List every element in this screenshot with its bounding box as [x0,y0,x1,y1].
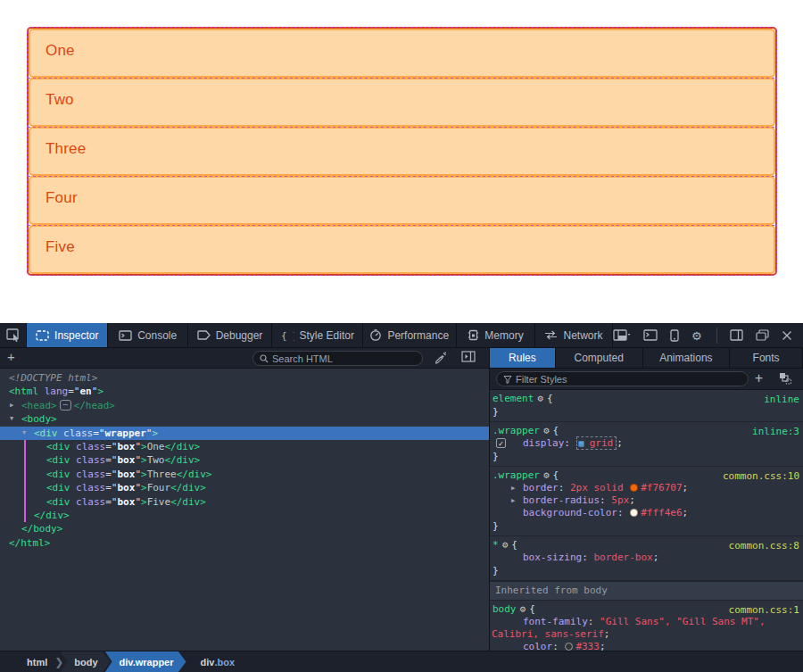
rule-selector[interactable]: * [493,539,499,551]
selector-highlighter-icon[interactable]: ⚙ [520,603,526,615]
selector-highlighter-icon[interactable]: ⚙ [537,393,543,404]
breadcrumb-item-html[interactable]: html [0,651,53,672]
markup-line[interactable]: <div class="box">Four</div> [0,481,489,494]
collapsed-content-badge[interactable]: ⋯ [60,400,71,411]
sidebar-tabs: RulesComputedAnimationsFonts [489,348,803,369]
toggle-classes-icon[interactable] [779,372,792,385]
rule-source-link[interactable]: common.css:1 [729,604,799,617]
dock-menu-icon[interactable] [613,329,631,341]
tab-network[interactable]: Network [535,323,613,347]
property-name[interactable]: border-radius [523,494,600,506]
expand-arrow-icon[interactable]: ▶ [10,399,13,412]
css-declaration[interactable]: box-sizing: border-box; [490,552,803,564]
markup-token: " [135,482,141,494]
rule-source-link[interactable]: common.css:8 [729,540,799,552]
markup-line[interactable]: ▼<body> [0,412,489,426]
breadcrumb-item-body[interactable]: body [60,651,110,672]
css-declaration[interactable]: ✓display: ▦ grid; [490,437,803,450]
css-declaration[interactable]: ▶border-radius: 5px; [490,494,803,507]
selector-highlighter-icon[interactable]: ⚙ [502,539,509,551]
pick-element-button[interactable] [0,323,27,347]
breadcrumb-item-div-wrapper[interactable]: div.wrapper [105,651,186,672]
sidebar-tab-rules[interactable]: Rules [490,348,556,368]
grid-value-highlight[interactable]: ▦ grid [576,436,617,450]
declaration-checkbox[interactable]: ✓ [496,438,506,448]
sidebar-tab-animations[interactable]: Animations [643,348,731,368]
color-value[interactable]: #f76707 [641,482,682,494]
property-value[interactable]: 2px solid [570,482,629,494]
color-swatch[interactable] [630,509,638,517]
tab-performance[interactable]: Performance [363,323,458,347]
markup-line[interactable]: ▶<head>⋯</head> [0,399,489,412]
console-icon [119,330,132,341]
markup-line[interactable]: <html lang="en"> [0,385,489,398]
rule-selector[interactable]: body [493,603,517,615]
rule-selector[interactable]: .wrapper [493,425,540,436]
property-value[interactable]: 5px [611,494,629,506]
browser-page-view: OneTwoThreeFourFive [0,0,803,323]
color-swatch[interactable] [565,643,573,651]
frames-picker-icon[interactable] [756,329,769,341]
markup-line[interactable]: <div class="box">One</div> [0,440,489,453]
sidebar-toggle-icon[interactable] [730,329,743,341]
markup-line[interactable]: </body> [0,522,489,535]
tab-inspector[interactable]: Inspector [27,323,108,347]
search-html-input[interactable] [272,353,416,364]
markup-token: <div [46,496,70,508]
split-console-icon[interactable] [643,329,658,341]
rule-selector[interactable]: .wrapper [493,469,540,481]
rule-source-link[interactable]: inline:3 [752,426,799,438]
filter-styles-input[interactable] [516,374,741,385]
property-value[interactable]: border-box [593,552,652,563]
selector-highlighter-icon[interactable]: ⚙ [543,469,550,481]
grid-boxes: OneTwoThreeFourFive [29,29,775,274]
css-declaration[interactable]: ▶border: 2px solid #f76707; [490,482,803,494]
add-rule-button[interactable]: + [755,370,763,386]
markup-line[interactable]: <div class="box">Three</div> [0,468,489,481]
breadcrumb-item-div-box[interactable]: div.box [186,651,248,672]
collapse-arrow-icon[interactable]: ▼ [10,412,13,426]
rule-source-link[interactable]: inline [764,394,799,406]
sidebar-tab-fonts[interactable]: Fonts [730,348,803,368]
collapse-arrow-icon[interactable]: ▼ [22,427,26,440]
css-declaration[interactable]: color: #333; [490,641,803,651]
color-value[interactable]: #fff4e6 [641,507,682,519]
property-name[interactable]: box-sizing [523,552,582,563]
rule-source-link[interactable]: common.css:10 [723,470,799,483]
markup-line[interactable]: </div> [0,509,489,522]
markup-line[interactable]: <!DOCTYPE html> [0,371,489,385]
color-swatch[interactable] [630,484,638,492]
tab-style-editor[interactable]: { }Style Editor [272,323,363,347]
expand-shorthand-icon[interactable]: ▶ [511,494,515,507]
grid-toggle-icon[interactable]: ▦ [579,438,590,448]
property-name[interactable]: background-color [523,507,617,519]
property-name[interactable]: display [523,437,564,449]
three-pane-toggle-icon[interactable] [461,351,476,362]
property-name[interactable]: border [523,482,559,494]
property-name[interactable]: color [523,641,552,651]
selector-highlighter-icon[interactable]: ⚙ [543,425,550,436]
markup-line[interactable]: <div class="box">Five</div> [0,495,489,509]
sidebar-tab-computed[interactable]: Computed [556,348,643,368]
responsive-design-icon[interactable] [670,329,679,342]
markup-token: <div [46,454,70,466]
close-icon[interactable] [782,330,792,341]
markup-line-selected[interactable]: ▼<div class="wrapper"> [0,427,489,440]
rule-selector[interactable]: element [493,393,534,404]
add-node-button[interactable]: + [7,349,15,364]
markup-token: =" [93,427,104,439]
tab-memory[interactable]: Memory [457,323,535,347]
search-html-box[interactable] [252,351,423,366]
settings-icon[interactable]: ⚙ [691,329,704,342]
css-declaration[interactable]: background-color: #fff4e6; [490,507,803,519]
filter-styles-box[interactable] [496,371,749,386]
expand-shorthand-icon[interactable]: ▶ [511,482,515,494]
markup-line[interactable]: </html> [0,536,489,550]
tab-console[interactable]: Console [108,323,188,347]
css-declaration[interactable]: font-family: "Gill Sans", "Gill Sans MT"… [490,616,803,641]
color-value[interactable]: #333 [575,641,600,651]
property-name[interactable]: font-family [523,616,588,627]
eyedropper-icon[interactable] [434,351,447,364]
tab-debugger[interactable]: Debugger [188,323,272,347]
markup-line[interactable]: <div class="box">Two</div> [0,453,489,467]
